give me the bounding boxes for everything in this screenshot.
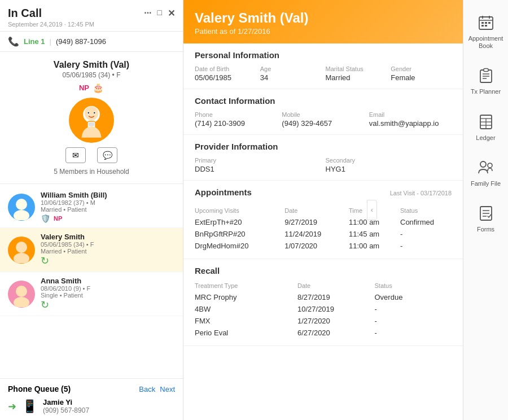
np-badge-william: NP bbox=[54, 215, 62, 222]
refresh-icon-anna: ↻ bbox=[41, 299, 49, 311]
col-date: Date bbox=[284, 206, 349, 216]
queue-item-name: Jamie Yi bbox=[43, 398, 89, 406]
patient-dob: 05/06/1985 (34) • F bbox=[8, 71, 175, 79]
household-item-valery[interactable]: Valery Smith 05/06/1985 (34) • F Married… bbox=[0, 228, 183, 272]
household-item-william[interactable]: William Smith (Bill) 10/06/1982 (37) • M… bbox=[0, 186, 183, 228]
refresh-icon-valery: ↻ bbox=[41, 255, 49, 267]
svg-point-36 bbox=[480, 161, 486, 167]
svg-rect-7 bbox=[89, 123, 95, 126]
svg-point-1 bbox=[85, 107, 99, 121]
forms-label: Forms bbox=[477, 226, 494, 233]
valery-status: Married • Patient bbox=[41, 248, 175, 255]
patient-detail-header: Valery Smith (Val) Patient as of 1/27/20… bbox=[183, 0, 463, 43]
svg-rect-25 bbox=[485, 25, 487, 27]
anna-dob: 08/06/2010 (9) • F bbox=[41, 285, 175, 292]
queue-back-btn[interactable]: Back bbox=[139, 385, 155, 393]
contact-info-section: Contact Information Phone (714) 210-3909… bbox=[183, 89, 463, 135]
svg-rect-21 bbox=[481, 22, 484, 24]
avatar-anna bbox=[8, 281, 35, 308]
mobile-field: Mobile (949) 329-4657 bbox=[282, 111, 364, 128]
age-field: Age 34 bbox=[260, 65, 321, 82]
table-row: DrgMedHom#20 1/07/2020 11:00 am - bbox=[195, 240, 452, 252]
right-sidebar: Appointment Book Tx Planner bbox=[463, 0, 508, 420]
valery-dob: 05/06/1985 (34) • F bbox=[41, 241, 175, 248]
queue-arrow-icon: ➜ bbox=[8, 400, 16, 413]
table-row: BnRpGftRP#20 11/24/2019 11:45 am - bbox=[195, 228, 452, 240]
window-icon[interactable]: □ bbox=[157, 8, 162, 19]
ledger-icon bbox=[476, 112, 496, 132]
queue-next-btn[interactable]: Next bbox=[160, 385, 175, 393]
line-label: Line 1 bbox=[24, 37, 45, 46]
william-dob: 10/06/1982 (37) • M bbox=[41, 199, 175, 206]
valery-name: Valery Smith bbox=[41, 233, 175, 241]
contact-info-grid: Phone (714) 210-3909 Mobile (949) 329-46… bbox=[195, 111, 452, 128]
household-info-anna: Anna Smith 08/06/2010 (9) • F Single • P… bbox=[41, 277, 175, 311]
appointments-title: Appointments bbox=[195, 187, 252, 197]
appointments-table: Upcoming Visits Date Time Status ExtErpT… bbox=[195, 206, 452, 252]
tx-planner-label: Tx Planner bbox=[471, 88, 501, 95]
household-label: 5 Members in Household bbox=[8, 168, 175, 176]
patient-actions: ✉ 💬 bbox=[8, 147, 175, 163]
household-item-anna[interactable]: Anna Smith 08/06/2010 (9) • F Single • P… bbox=[0, 272, 183, 316]
forms-icon bbox=[476, 203, 496, 224]
patient-card: Valery Smith (Val) 05/06/1985 (34) • F N… bbox=[0, 52, 183, 184]
household-info-valery: Valery Smith 05/06/1985 (34) • F Married… bbox=[41, 233, 175, 267]
family-icon bbox=[476, 158, 496, 178]
patient-name-main: Valery Smith (Val) bbox=[8, 60, 175, 70]
ledger-label: Ledger bbox=[476, 134, 495, 142]
household-info-william: William Smith (Bill) 10/06/1982 (37) • M… bbox=[41, 191, 175, 223]
queue-item-number: (909) 567-8907 bbox=[43, 406, 89, 414]
phone-queue-title: Phone Queue (5) bbox=[8, 384, 71, 393]
avatar-william bbox=[8, 194, 35, 221]
clipboard-icon bbox=[476, 65, 496, 86]
col-recall-status: Status bbox=[375, 281, 452, 291]
detail-wrapper: Valery Smith (Val) Patient as of 1/27/20… bbox=[183, 0, 463, 420]
personal-info-grid: Date of Birth 05/06/1985 Age 34 Marital … bbox=[195, 65, 452, 82]
provider-info-section: Provider Information Primary DDS1 Second… bbox=[183, 135, 463, 181]
svg-rect-22 bbox=[485, 22, 487, 24]
phone-field: Phone (714) 210-3909 bbox=[195, 111, 277, 128]
table-row: ExtErpTh+#20 9/27/2019 11:00 am Confirme… bbox=[195, 216, 452, 228]
col-status: Status bbox=[400, 206, 452, 216]
message-icon-btn[interactable]: ✉ bbox=[65, 147, 86, 163]
birthday-icon: 🎂 bbox=[93, 82, 104, 93]
email-field: Email val.smith@yapiapp.io bbox=[369, 111, 452, 128]
ellipsis-icon[interactable]: ··· bbox=[144, 8, 151, 19]
sidebar-item-tx-planner[interactable]: Tx Planner bbox=[466, 59, 506, 102]
collapse-btn[interactable]: ‹ bbox=[367, 200, 377, 220]
svg-point-9 bbox=[16, 199, 27, 210]
svg-point-12 bbox=[16, 242, 27, 253]
chat-icon-btn[interactable]: 💬 bbox=[97, 147, 117, 163]
dob-field: Date of Birth 05/06/1985 bbox=[195, 65, 256, 82]
in-call-title: In Call bbox=[8, 7, 42, 20]
line-info: 📞 Line 1 | (949) 887-1096 bbox=[0, 32, 183, 52]
recall-section: Recall Treatment Type Date Status MRC Pr… bbox=[183, 259, 463, 346]
william-name: William Smith (Bill) bbox=[41, 191, 175, 199]
svg-point-4 bbox=[87, 112, 89, 114]
sidebar-item-family-file[interactable]: Family File bbox=[466, 151, 506, 194]
in-call-date: September 24,2019 · 12:45 PM bbox=[8, 21, 175, 28]
svg-rect-27 bbox=[484, 69, 488, 72]
sidebar-item-appointment-book[interactable]: Appointment Book bbox=[466, 6, 506, 56]
left-panel: In Call ··· □ ✕ September 24,2019 · 12:4… bbox=[0, 0, 183, 420]
sidebar-item-ledger[interactable]: Ledger bbox=[466, 105, 506, 148]
detail-area: Personal Information Date of Birth 05/06… bbox=[183, 43, 463, 420]
provider-info-title: Provider Information bbox=[195, 142, 452, 151]
queue-item: ➜ 📱 Jamie Yi (909) 567-8907 bbox=[8, 398, 175, 414]
family-file-label: Family File bbox=[471, 180, 501, 187]
table-row: FMX 1/27/2020 - bbox=[195, 315, 452, 327]
calendar-icon bbox=[476, 12, 496, 33]
svg-point-37 bbox=[488, 163, 492, 168]
patient-detail-name: Valery Smith (Val) bbox=[195, 10, 452, 26]
phone-queue: Phone Queue (5) Back Next ➜ 📱 Jamie Yi (… bbox=[0, 378, 183, 420]
avatar-valery bbox=[8, 237, 35, 264]
shield-icon-william: 🛡️ bbox=[41, 214, 50, 223]
provider-info-grid: Primary DDS1 Secondary HYG1 bbox=[195, 157, 452, 173]
contact-info-title: Contact Information bbox=[195, 96, 452, 106]
gender-field: Gender Female bbox=[391, 65, 452, 82]
patient-avatar bbox=[69, 98, 114, 143]
close-icon[interactable]: ✕ bbox=[168, 8, 175, 19]
sidebar-item-forms[interactable]: Forms bbox=[466, 196, 506, 240]
table-row: 4BW 10/27/2019 - bbox=[195, 303, 452, 315]
william-status: Married • Patient bbox=[41, 206, 175, 213]
